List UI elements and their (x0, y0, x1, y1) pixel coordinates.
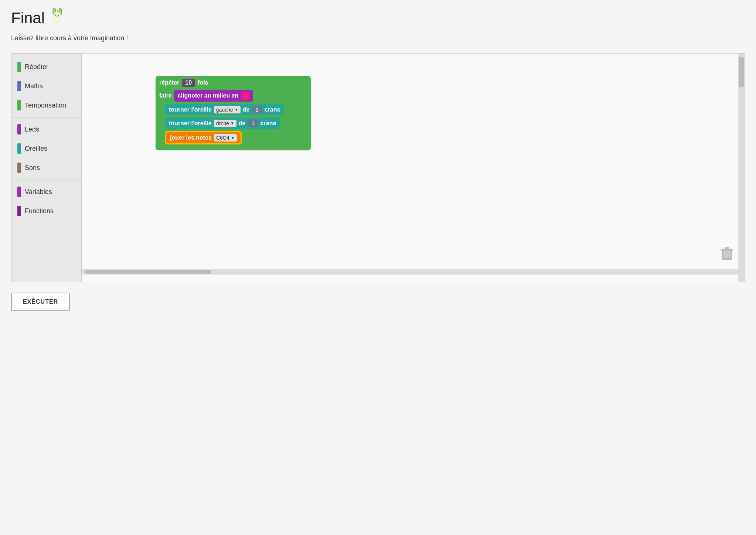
tourner2-de: de (239, 120, 246, 127)
execute-button[interactable]: EXÉCUTER (11, 293, 70, 311)
leds-color (17, 124, 21, 134)
tourner2-label: tourner l'oreille (169, 120, 212, 127)
faire-row: faire clignoter au milieu en (159, 90, 307, 102)
sidebar-item-maths[interactable]: Maths (11, 76, 81, 96)
clignoter-label: clignoter au milieu en (178, 92, 238, 99)
tourner1-crans: crans (265, 106, 280, 113)
svg-rect-19 (726, 251, 728, 258)
tourner1-val[interactable]: 1 (252, 106, 262, 113)
sidebar-label-oreilles: Oreilles (25, 145, 47, 153)
jouer-label: jouer les notes (170, 134, 212, 141)
jouer-row: jouer les notes C6C4 (165, 131, 307, 144)
bunny-icon (48, 7, 66, 28)
tourner1-row: tourner l'oreille gauche de 1 crans (165, 104, 307, 115)
svg-rect-18 (724, 251, 725, 258)
page-title: Final (11, 9, 45, 27)
tourner2-crans: crans (260, 120, 276, 127)
svg-point-8 (57, 16, 58, 17)
tourner2-val[interactable]: 1 (248, 119, 258, 127)
scrollbar-thumb-bottom[interactable] (85, 270, 211, 274)
sidebar-divider-2 (11, 180, 81, 180)
jouer-block[interactable]: jouer les notes C6C4 (165, 131, 242, 144)
blocks-container: répéter 10 fois faire clignoter au milie… (156, 76, 311, 150)
jouer-val-value: C6C4 (216, 135, 229, 141)
repeat-block[interactable]: répéter 10 fois faire clignoter au milie… (156, 76, 311, 150)
svg-point-10 (56, 12, 57, 13)
maths-color (17, 81, 21, 91)
svg-point-6 (55, 15, 57, 16)
svg-point-11 (58, 12, 59, 13)
sons-color (17, 163, 21, 173)
sidebar-item-oreilles[interactable]: Oreilles (11, 139, 81, 158)
repeat-label: répéter (159, 79, 179, 86)
sidebar-label-leds: Leds (25, 126, 39, 133)
sidebar: Répéter Maths Temporisation Leds Oreille… (11, 54, 82, 282)
tourner1-dir-value: gauche (216, 107, 233, 113)
svg-rect-17 (725, 247, 729, 249)
tourner2-dir-dropdown[interactable]: droite (214, 120, 236, 127)
page-header: Final (11, 7, 745, 28)
sidebar-label-maths: Maths (25, 82, 43, 90)
canvas-area: répéter 10 fois faire clignoter au milie… (82, 54, 745, 282)
sidebar-item-variables[interactable]: Variables (11, 182, 81, 201)
sidebar-item-leds[interactable]: Leds (11, 120, 81, 139)
sidebar-label-sons: Sons (25, 164, 40, 172)
tourner1-dir-dropdown[interactable]: gauche (214, 106, 241, 113)
svg-point-13 (58, 13, 58, 14)
main-workspace: Répéter Maths Temporisation Leds Oreille… (11, 53, 745, 282)
sidebar-label-temporisation: Temporisation (25, 102, 66, 109)
sidebar-item-repeter[interactable]: Répéter (11, 57, 81, 76)
repeat-value[interactable]: 10 (181, 78, 195, 88)
sidebar-item-sons[interactable]: Sons (11, 158, 81, 177)
clignoter-block[interactable]: clignoter au milieu en (174, 90, 253, 102)
repeter-color (17, 62, 21, 72)
svg-point-7 (58, 15, 59, 16)
repeat-row: répéter 10 fois (159, 78, 307, 88)
tourner1-block[interactable]: tourner l'oreille gauche de 1 crans (165, 104, 284, 115)
svg-rect-14 (57, 10, 58, 11)
sidebar-label-functions: Functions (25, 207, 54, 215)
sidebar-item-temporisation[interactable]: Temporisation (11, 96, 81, 115)
tourner2-dir-value: droite (216, 120, 229, 126)
scrollbar-right[interactable] (738, 54, 745, 282)
fois-label: fois (198, 79, 208, 86)
svg-point-12 (56, 13, 57, 14)
functions-color (17, 206, 21, 216)
faire-label: faire (159, 91, 172, 100)
sidebar-item-functions[interactable]: Functions (11, 201, 81, 221)
sidebar-divider-1 (11, 117, 81, 117)
trash-icon[interactable] (720, 246, 733, 263)
color-picker-pink[interactable] (241, 92, 249, 100)
oreilles-color (17, 143, 21, 154)
variables-color (17, 187, 21, 197)
sidebar-label-variables: Variables (25, 188, 52, 196)
tourner1-label: tourner l'oreille (169, 106, 212, 113)
svg-rect-20 (729, 251, 730, 258)
bottom-bar: EXÉCUTER (11, 286, 745, 311)
inner-blocks: tourner l'oreille gauche de 1 crans (165, 104, 307, 144)
scrollbar-bottom[interactable] (82, 269, 738, 275)
canvas-inner: répéter 10 fois faire clignoter au milie… (82, 54, 745, 282)
tourner1-de: de (243, 106, 250, 113)
jouer-val-dropdown[interactable]: C6C4 (214, 134, 237, 142)
scrollbar-thumb-right[interactable] (739, 57, 744, 87)
temporisation-color (17, 100, 21, 110)
tourner2-row: tourner l'oreille droite de 1 crans (165, 117, 307, 129)
sidebar-label-repeter: Répéter (25, 63, 48, 71)
subtitle: Laissez libre cours à votre imagination … (11, 34, 745, 42)
tourner2-block[interactable]: tourner l'oreille droite de 1 crans (165, 117, 280, 129)
